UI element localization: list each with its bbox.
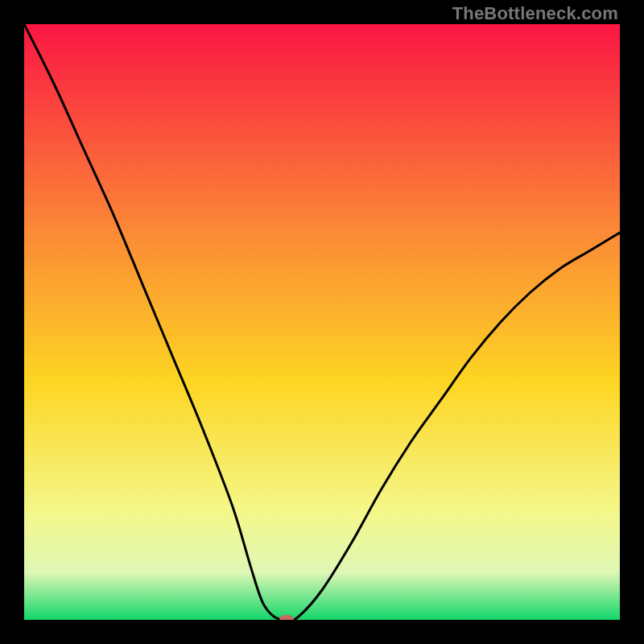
bottleneck-curve — [24, 24, 620, 620]
optimum-marker — [279, 615, 294, 620]
plot-area — [24, 24, 620, 620]
watermark-text: TheBottleneck.com — [452, 3, 618, 24]
chart-frame: TheBottleneck.com — [0, 0, 644, 644]
